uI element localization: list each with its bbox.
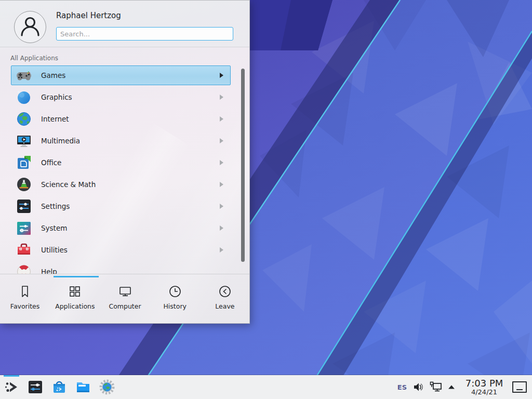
internet-icon (16, 111, 32, 127)
category-utilities[interactable]: Utilities (11, 240, 231, 260)
system-settings-icon (27, 379, 44, 395)
tab-computer[interactable]: Computer (100, 274, 150, 324)
category-office[interactable]: Office (11, 153, 231, 172)
graphics-icon (16, 89, 32, 105)
kickoff-launcher-icon (3, 379, 20, 395)
category-label: Games (41, 71, 65, 79)
tab-history[interactable]: History (150, 274, 200, 324)
clock-date: 4/24/21 (463, 389, 505, 396)
submenu-arrow-icon (220, 138, 223, 143)
tab-applications[interactable]: Applications (50, 274, 100, 324)
category-label: Utilities (41, 246, 68, 254)
submenu-arrow-icon (220, 95, 223, 100)
submenu-arrow-icon (220, 182, 223, 187)
science-icon (16, 176, 32, 193)
category-label: System (41, 224, 67, 232)
submenu-arrow-icon (220, 247, 223, 252)
keyboard-layout-indicator[interactable]: ES (397, 383, 407, 391)
tab-label: Leave (215, 302, 234, 310)
category-games[interactable]: Games (11, 65, 231, 85)
help-icon (16, 263, 32, 274)
multimedia-icon (16, 132, 32, 149)
category-list: Games Graphics Internet (0, 65, 250, 274)
tab-favorites[interactable]: Favorites (0, 274, 50, 324)
show-desktop-button[interactable] (512, 381, 527, 393)
category-label: Science & Math (41, 180, 96, 189)
taskbar-app-launcher[interactable] (3, 379, 20, 395)
system-tray: ES 7:03 PM 4/24/21 (397, 379, 529, 396)
submenu-arrow-icon (220, 204, 223, 209)
office-icon (16, 154, 32, 171)
submenu-arrow-icon (220, 160, 223, 165)
computer-icon (118, 284, 132, 299)
history-icon (168, 284, 182, 299)
file-manager-icon (75, 379, 91, 395)
expand-tray-caret-icon[interactable] (448, 384, 455, 390)
application-launcher-menu: Raphael Hertzog All Applications Games (0, 0, 250, 324)
discover-icon (51, 379, 68, 395)
search-input[interactable] (56, 27, 233, 41)
taskbar-app-discover[interactable] (51, 379, 68, 395)
settings-icon (16, 198, 32, 215)
category-internet[interactable]: Internet (11, 109, 231, 129)
submenu-arrow-icon (220, 73, 223, 78)
taskbar-app-file-manager[interactable] (75, 379, 91, 395)
category-label: Settings (41, 202, 70, 210)
category-science-math[interactable]: Science & Math (11, 175, 231, 194)
scrollbar-thumb[interactable] (241, 69, 245, 262)
category-graphics[interactable]: Graphics (11, 87, 231, 107)
utilities-icon (16, 242, 32, 258)
clock-time: 7:03 PM (463, 379, 505, 389)
submenu-arrow-icon (220, 116, 223, 122)
games-icon (16, 67, 32, 84)
category-label: Internet (41, 115, 69, 123)
volume-icon[interactable] (413, 381, 424, 393)
category-label: Graphics (41, 93, 72, 101)
category-system[interactable]: System (11, 218, 231, 238)
submenu-arrow-icon (220, 225, 223, 231)
tab-leave[interactable]: Leave (200, 274, 250, 324)
applications-icon (68, 284, 82, 299)
category-label: Office (41, 158, 61, 167)
tab-label: Favorites (10, 302, 39, 310)
digital-clock[interactable]: 7:03 PM 4/24/21 (463, 379, 505, 396)
category-help[interactable]: Help (11, 262, 231, 274)
tab-label: Computer (109, 302, 141, 310)
taskbar-panel: ES 7:03 PM 4/24/21 (0, 375, 532, 399)
tab-label: History (163, 302, 186, 310)
launcher-header: Raphael Hertzog (0, 1, 249, 47)
taskbar-app-web-browser[interactable] (99, 379, 115, 395)
taskbar-app-system-settings[interactable] (27, 379, 44, 395)
category-multimedia[interactable]: Multimedia (11, 131, 231, 151)
user-avatar[interactable] (14, 11, 46, 43)
user-name: Raphael Hertzog (56, 11, 121, 20)
active-app-indicator (4, 375, 19, 377)
section-label: All Applications (10, 55, 58, 62)
tab-label: Applications (55, 302, 95, 310)
system-icon (16, 220, 32, 236)
category-label: Help (41, 268, 57, 274)
web-browser-icon (99, 379, 115, 395)
category-settings[interactable]: Settings (11, 196, 231, 216)
active-tab-indicator (54, 276, 99, 277)
category-label: Multimedia (41, 137, 80, 145)
network-icon[interactable] (429, 381, 443, 393)
leave-icon (218, 284, 232, 299)
favorites-icon (18, 284, 32, 299)
scrollbar-track[interactable] (241, 65, 245, 274)
launcher-tab-bar: Favorites Applications Computer (0, 274, 250, 324)
